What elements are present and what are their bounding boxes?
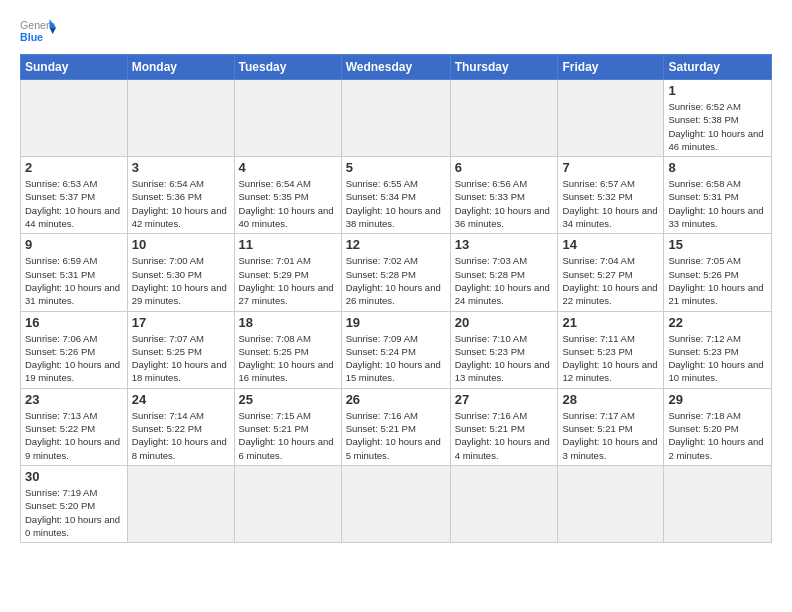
day-info: Sunrise: 6:54 AM Sunset: 5:35 PM Dayligh… bbox=[239, 177, 337, 230]
day-info: Sunrise: 7:07 AM Sunset: 5:25 PM Dayligh… bbox=[132, 332, 230, 385]
day-info: Sunrise: 7:05 AM Sunset: 5:26 PM Dayligh… bbox=[668, 254, 767, 307]
calendar-cell: 12Sunrise: 7:02 AM Sunset: 5:28 PM Dayli… bbox=[341, 234, 450, 311]
calendar-cell bbox=[341, 80, 450, 157]
calendar-week-1: 2Sunrise: 6:53 AM Sunset: 5:37 PM Daylig… bbox=[21, 157, 772, 234]
weekday-friday: Friday bbox=[558, 55, 664, 80]
page: General Blue SundayMondayTuesdayWednesda… bbox=[0, 0, 792, 553]
day-info: Sunrise: 6:58 AM Sunset: 5:31 PM Dayligh… bbox=[668, 177, 767, 230]
day-info: Sunrise: 7:03 AM Sunset: 5:28 PM Dayligh… bbox=[455, 254, 554, 307]
weekday-wednesday: Wednesday bbox=[341, 55, 450, 80]
logo: General Blue bbox=[20, 16, 56, 44]
day-number: 20 bbox=[455, 315, 554, 330]
calendar-cell: 2Sunrise: 6:53 AM Sunset: 5:37 PM Daylig… bbox=[21, 157, 128, 234]
calendar-cell: 10Sunrise: 7:00 AM Sunset: 5:30 PM Dayli… bbox=[127, 234, 234, 311]
calendar-cell: 6Sunrise: 6:56 AM Sunset: 5:33 PM Daylig… bbox=[450, 157, 558, 234]
day-number: 5 bbox=[346, 160, 446, 175]
weekday-sunday: Sunday bbox=[21, 55, 128, 80]
calendar-table: SundayMondayTuesdayWednesdayThursdayFrid… bbox=[20, 54, 772, 543]
calendar-cell: 4Sunrise: 6:54 AM Sunset: 5:35 PM Daylig… bbox=[234, 157, 341, 234]
day-info: Sunrise: 7:01 AM Sunset: 5:29 PM Dayligh… bbox=[239, 254, 337, 307]
day-number: 17 bbox=[132, 315, 230, 330]
calendar-cell: 5Sunrise: 6:55 AM Sunset: 5:34 PM Daylig… bbox=[341, 157, 450, 234]
calendar-cell: 7Sunrise: 6:57 AM Sunset: 5:32 PM Daylig… bbox=[558, 157, 664, 234]
day-number: 2 bbox=[25, 160, 123, 175]
calendar-cell: 19Sunrise: 7:09 AM Sunset: 5:24 PM Dayli… bbox=[341, 311, 450, 388]
day-info: Sunrise: 6:54 AM Sunset: 5:36 PM Dayligh… bbox=[132, 177, 230, 230]
calendar-cell: 14Sunrise: 7:04 AM Sunset: 5:27 PM Dayli… bbox=[558, 234, 664, 311]
day-number: 19 bbox=[346, 315, 446, 330]
calendar-cell: 28Sunrise: 7:17 AM Sunset: 5:21 PM Dayli… bbox=[558, 388, 664, 465]
calendar-cell: 13Sunrise: 7:03 AM Sunset: 5:28 PM Dayli… bbox=[450, 234, 558, 311]
calendar-cell bbox=[234, 80, 341, 157]
day-number: 11 bbox=[239, 237, 337, 252]
calendar-cell: 18Sunrise: 7:08 AM Sunset: 5:25 PM Dayli… bbox=[234, 311, 341, 388]
day-info: Sunrise: 6:57 AM Sunset: 5:32 PM Dayligh… bbox=[562, 177, 659, 230]
weekday-saturday: Saturday bbox=[664, 55, 772, 80]
day-info: Sunrise: 7:12 AM Sunset: 5:23 PM Dayligh… bbox=[668, 332, 767, 385]
day-info: Sunrise: 7:09 AM Sunset: 5:24 PM Dayligh… bbox=[346, 332, 446, 385]
day-info: Sunrise: 7:16 AM Sunset: 5:21 PM Dayligh… bbox=[346, 409, 446, 462]
weekday-monday: Monday bbox=[127, 55, 234, 80]
calendar-cell: 27Sunrise: 7:16 AM Sunset: 5:21 PM Dayli… bbox=[450, 388, 558, 465]
calendar-cell: 1Sunrise: 6:52 AM Sunset: 5:38 PM Daylig… bbox=[664, 80, 772, 157]
weekday-thursday: Thursday bbox=[450, 55, 558, 80]
generalblue-logo-icon: General Blue bbox=[20, 16, 56, 44]
day-info: Sunrise: 7:02 AM Sunset: 5:28 PM Dayligh… bbox=[346, 254, 446, 307]
calendar-cell: 9Sunrise: 6:59 AM Sunset: 5:31 PM Daylig… bbox=[21, 234, 128, 311]
calendar-cell bbox=[664, 465, 772, 542]
calendar-week-3: 16Sunrise: 7:06 AM Sunset: 5:26 PM Dayli… bbox=[21, 311, 772, 388]
day-number: 21 bbox=[562, 315, 659, 330]
day-number: 10 bbox=[132, 237, 230, 252]
day-info: Sunrise: 7:15 AM Sunset: 5:21 PM Dayligh… bbox=[239, 409, 337, 462]
calendar-week-5: 30Sunrise: 7:19 AM Sunset: 5:20 PM Dayli… bbox=[21, 465, 772, 542]
calendar-cell: 15Sunrise: 7:05 AM Sunset: 5:26 PM Dayli… bbox=[664, 234, 772, 311]
day-info: Sunrise: 7:14 AM Sunset: 5:22 PM Dayligh… bbox=[132, 409, 230, 462]
day-number: 12 bbox=[346, 237, 446, 252]
calendar-cell: 24Sunrise: 7:14 AM Sunset: 5:22 PM Dayli… bbox=[127, 388, 234, 465]
day-info: Sunrise: 7:13 AM Sunset: 5:22 PM Dayligh… bbox=[25, 409, 123, 462]
day-info: Sunrise: 7:08 AM Sunset: 5:25 PM Dayligh… bbox=[239, 332, 337, 385]
day-number: 25 bbox=[239, 392, 337, 407]
svg-text:Blue: Blue bbox=[20, 31, 43, 43]
day-info: Sunrise: 6:55 AM Sunset: 5:34 PM Dayligh… bbox=[346, 177, 446, 230]
day-info: Sunrise: 6:52 AM Sunset: 5:38 PM Dayligh… bbox=[668, 100, 767, 153]
calendar-cell: 21Sunrise: 7:11 AM Sunset: 5:23 PM Dayli… bbox=[558, 311, 664, 388]
calendar-cell: 23Sunrise: 7:13 AM Sunset: 5:22 PM Dayli… bbox=[21, 388, 128, 465]
calendar-cell: 25Sunrise: 7:15 AM Sunset: 5:21 PM Dayli… bbox=[234, 388, 341, 465]
day-number: 28 bbox=[562, 392, 659, 407]
weekday-tuesday: Tuesday bbox=[234, 55, 341, 80]
calendar-week-0: 1Sunrise: 6:52 AM Sunset: 5:38 PM Daylig… bbox=[21, 80, 772, 157]
calendar-cell: 17Sunrise: 7:07 AM Sunset: 5:25 PM Dayli… bbox=[127, 311, 234, 388]
calendar-cell bbox=[21, 80, 128, 157]
calendar-week-2: 9Sunrise: 6:59 AM Sunset: 5:31 PM Daylig… bbox=[21, 234, 772, 311]
calendar-cell: 22Sunrise: 7:12 AM Sunset: 5:23 PM Dayli… bbox=[664, 311, 772, 388]
day-info: Sunrise: 7:18 AM Sunset: 5:20 PM Dayligh… bbox=[668, 409, 767, 462]
calendar-cell bbox=[127, 465, 234, 542]
day-number: 1 bbox=[668, 83, 767, 98]
day-number: 3 bbox=[132, 160, 230, 175]
day-number: 14 bbox=[562, 237, 659, 252]
calendar-cell: 16Sunrise: 7:06 AM Sunset: 5:26 PM Dayli… bbox=[21, 311, 128, 388]
day-info: Sunrise: 7:19 AM Sunset: 5:20 PM Dayligh… bbox=[25, 486, 123, 539]
calendar-cell bbox=[341, 465, 450, 542]
calendar-cell: 30Sunrise: 7:19 AM Sunset: 5:20 PM Dayli… bbox=[21, 465, 128, 542]
day-number: 8 bbox=[668, 160, 767, 175]
day-info: Sunrise: 7:06 AM Sunset: 5:26 PM Dayligh… bbox=[25, 332, 123, 385]
day-number: 23 bbox=[25, 392, 123, 407]
day-number: 6 bbox=[455, 160, 554, 175]
calendar-cell: 26Sunrise: 7:16 AM Sunset: 5:21 PM Dayli… bbox=[341, 388, 450, 465]
day-number: 9 bbox=[25, 237, 123, 252]
day-number: 26 bbox=[346, 392, 446, 407]
day-info: Sunrise: 7:17 AM Sunset: 5:21 PM Dayligh… bbox=[562, 409, 659, 462]
header: General Blue bbox=[20, 16, 772, 44]
calendar-week-4: 23Sunrise: 7:13 AM Sunset: 5:22 PM Dayli… bbox=[21, 388, 772, 465]
day-info: Sunrise: 6:56 AM Sunset: 5:33 PM Dayligh… bbox=[455, 177, 554, 230]
calendar-cell bbox=[450, 80, 558, 157]
day-number: 7 bbox=[562, 160, 659, 175]
day-number: 27 bbox=[455, 392, 554, 407]
day-number: 29 bbox=[668, 392, 767, 407]
weekday-header-row: SundayMondayTuesdayWednesdayThursdayFrid… bbox=[21, 55, 772, 80]
calendar-cell: 20Sunrise: 7:10 AM Sunset: 5:23 PM Dayli… bbox=[450, 311, 558, 388]
calendar-cell bbox=[558, 465, 664, 542]
day-number: 13 bbox=[455, 237, 554, 252]
